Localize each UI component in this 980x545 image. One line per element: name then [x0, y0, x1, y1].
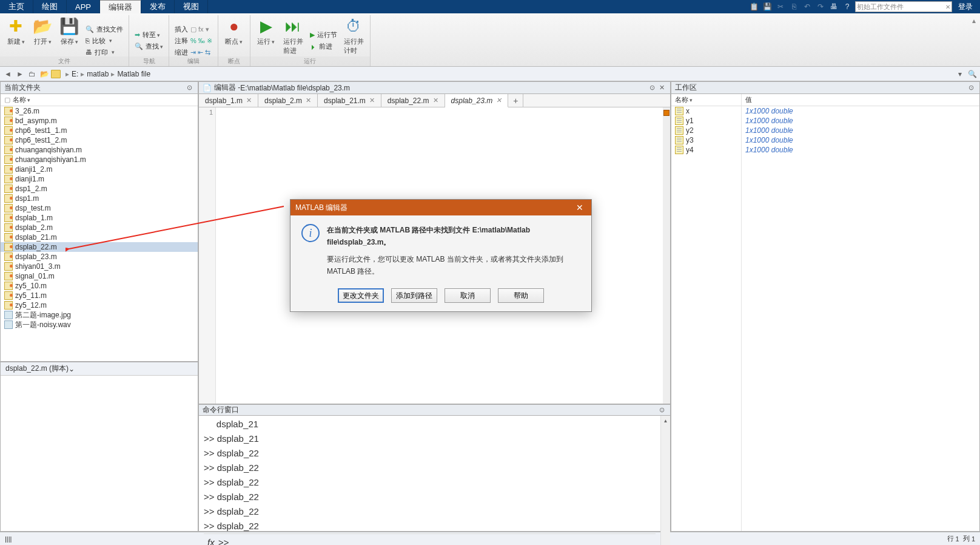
dialog-close-button[interactable]: ✕: [573, 201, 586, 214]
tab-view[interactable]: 视图: [175, 0, 208, 13]
panel-dropdown-button[interactable]: ⊙: [184, 83, 194, 93]
scroll-up-icon[interactable]: ▲: [661, 416, 670, 425]
indent-button[interactable]: 缩进⇥ ⇤ ⇆: [173, 47, 214, 58]
file-row[interactable]: dsplab_22.m: [1, 242, 198, 252]
fx-icon[interactable]: fx: [207, 535, 215, 545]
file-row[interactable]: dsplab_2.m: [1, 223, 198, 232]
editor-tab[interactable]: dsplab_21.m✕: [318, 94, 381, 107]
find-button2[interactable]: 🔍查找: [133, 41, 165, 52]
paste-icon[interactable]: 📋: [748, 1, 759, 12]
file-row[interactable]: signal_01.m: [1, 271, 198, 281]
copy-icon[interactable]: ⎘: [788, 1, 799, 12]
file-row[interactable]: chp6_test1_2.m: [1, 135, 198, 145]
titlebar-search[interactable]: ✕: [855, 1, 952, 12]
help-icon[interactable]: ?: [842, 1, 853, 12]
file-row[interactable]: chuanganqishiyan.m: [1, 145, 198, 155]
command-output[interactable]: dsplab_21>> dsplab_21>> dsplab_22>> dspl…: [199, 416, 660, 545]
run-section-button[interactable]: ▶运行节: [308, 30, 339, 40]
find-files-button[interactable]: 🔍查找文件: [84, 24, 125, 35]
tab-plots[interactable]: 绘图: [33, 0, 67, 13]
code-analyzer-indicator[interactable]: [663, 110, 670, 116]
cmd-dropdown-button[interactable]: ⊙: [657, 405, 666, 415]
file-row[interactable]: dsp1.m: [1, 194, 198, 203]
cut-icon[interactable]: ✂: [775, 1, 786, 12]
help-button[interactable]: 帮助: [498, 288, 544, 303]
file-row[interactable]: dsplab_1.m: [1, 213, 198, 223]
tab-apps[interactable]: APP: [67, 0, 100, 13]
redo-icon[interactable]: ↷: [815, 1, 826, 12]
cmd-scrollbar[interactable]: ▲ ▼: [660, 416, 670, 545]
workspace-var-row[interactable]: y4: [671, 145, 741, 155]
folder-column-name[interactable]: 名称: [13, 95, 30, 104]
editor-tab[interactable]: dsplab_1.m✕: [199, 94, 258, 107]
details-chevron-icon[interactable]: ⌄: [69, 365, 75, 373]
ws-col-name[interactable]: 名称: [675, 95, 693, 104]
compare-button[interactable]: ⎘比较: [84, 36, 125, 46]
tab-close-icon[interactable]: ✕: [306, 96, 311, 104]
file-row[interactable]: zy5_12.m: [1, 300, 198, 310]
goto-button[interactable]: ➡转至: [133, 30, 165, 40]
print-icon[interactable]: 🖶: [828, 1, 839, 12]
file-row[interactable]: 第二题-image.jpg: [1, 310, 198, 320]
save-icon[interactable]: 💾: [762, 1, 773, 12]
file-row[interactable]: dianji1.m: [1, 174, 198, 184]
path-search-button[interactable]: 🔍: [967, 69, 978, 80]
file-row[interactable]: dianji1_2.m: [1, 164, 198, 174]
file-row[interactable]: chuanganqishiyan1.m: [1, 155, 198, 164]
ws-col-value[interactable]: 值: [745, 95, 752, 104]
forward-button[interactable]: ►: [15, 69, 25, 80]
minimize-toolstrip-button[interactable]: ▴: [968, 15, 980, 66]
file-row[interactable]: zy5_10.m: [1, 281, 198, 291]
file-row[interactable]: dsp_test.m: [1, 203, 198, 213]
workspace-var-row[interactable]: x: [671, 106, 741, 116]
file-row[interactable]: 3_26.m: [1, 106, 198, 116]
path-seg-2[interactable]: Matlab file: [117, 70, 150, 78]
login-link[interactable]: 登录: [955, 2, 976, 12]
back-button[interactable]: ◄: [2, 69, 13, 80]
file-row[interactable]: chp6_test1_1.m: [1, 126, 198, 135]
comment-button[interactable]: 注释% ‰ ※: [173, 36, 214, 46]
path-dropdown-button[interactable]: ▾: [955, 69, 965, 80]
tab-publish[interactable]: 发布: [141, 0, 175, 13]
editor-tab[interactable]: dsplab_2.m✕: [258, 94, 318, 107]
editor-close-button[interactable]: ✕: [657, 83, 666, 93]
advance-button[interactable]: ⏵前进: [308, 41, 339, 52]
cancel-button[interactable]: 取消: [445, 288, 491, 303]
workspace-var-row[interactable]: y1: [671, 116, 741, 126]
insert-button[interactable]: 插入▢ fx ▾: [173, 24, 214, 35]
file-row[interactable]: zy5_11.m: [1, 291, 198, 300]
tab-home[interactable]: 主页: [0, 0, 33, 13]
file-row[interactable]: bd_asymp.m: [1, 116, 198, 126]
print-button[interactable]: 🖶打印: [84, 47, 125, 58]
file-row[interactable]: dsp1_2.m: [1, 184, 198, 194]
tab-close-icon[interactable]: ✕: [433, 96, 438, 104]
editor-tab[interactable]: dsplab_23.m✕: [445, 94, 509, 107]
search-input[interactable]: [857, 3, 945, 10]
tab-close-icon[interactable]: ✕: [496, 96, 502, 104]
file-row[interactable]: dsplab_23.m: [1, 252, 198, 262]
file-row[interactable]: 第一题-noisy.wav: [1, 320, 198, 330]
up-button[interactable]: 🗀: [27, 69, 38, 80]
editor-dropdown-button[interactable]: ⊙: [647, 83, 657, 93]
tab-close-icon[interactable]: ✕: [369, 96, 375, 104]
file-row[interactable]: dsplab_21.m: [1, 232, 198, 242]
tab-close-icon[interactable]: ✕: [246, 96, 252, 104]
command-prompt[interactable]: >>: [218, 535, 229, 545]
editor-tab[interactable]: dsplab_22.m✕: [381, 94, 445, 107]
change-folder-button[interactable]: 更改文件夹: [338, 288, 384, 303]
path-drive[interactable]: E:: [72, 70, 78, 78]
workspace-var-row[interactable]: y3: [671, 135, 741, 145]
path-seg-1[interactable]: matlab: [87, 70, 109, 78]
file-list[interactable]: 3_26.mbd_asymp.mchp6_test1_1.mchp6_test1…: [1, 106, 198, 361]
browse-button[interactable]: 📂: [39, 69, 50, 80]
undo-icon[interactable]: ↶: [802, 1, 813, 12]
workspace-var-row[interactable]: y2: [671, 126, 741, 135]
add-to-path-button[interactable]: 添加到路径: [391, 288, 437, 303]
ws-dropdown-button[interactable]: ⊙: [966, 83, 976, 93]
file-row[interactable]: shiyan01_3.m: [1, 262, 198, 271]
scroll-down-icon[interactable]: ▼: [661, 543, 670, 545]
clear-search-icon[interactable]: ✕: [945, 4, 950, 10]
mfile-icon: [4, 107, 13, 115]
tab-editor[interactable]: 编辑器: [100, 0, 141, 13]
new-tab-button[interactable]: +: [508, 94, 523, 107]
